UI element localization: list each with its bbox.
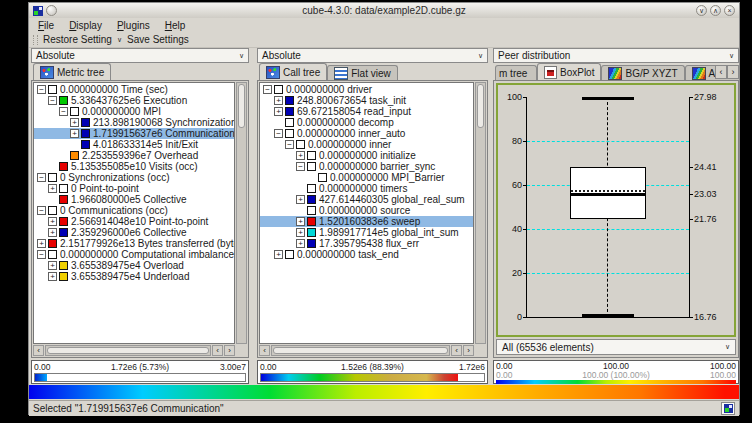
metric-tree-row[interactable]: −0.000000000 Computational imbalance (se… (34, 249, 234, 260)
metric-tree-row[interactable]: −0.000000000 MPI (34, 106, 234, 117)
scroll-right-button[interactable]: › (463, 345, 474, 356)
expand-icon[interactable]: + (48, 228, 57, 237)
scrollbar-slider[interactable] (477, 84, 484, 128)
expand-icon[interactable]: + (296, 228, 305, 237)
element-filter-dropdown[interactable]: All (65536 elements) ∨ (496, 339, 736, 355)
scroll-left-button[interactable]: ‹ (33, 345, 44, 356)
metric-tree-row[interactable]: +2.566914048e10 Point-to-point (34, 216, 234, 227)
titlebar[interactable]: cube-4.3.0: data/example2D.cube.gz ∨ ∧ × (29, 3, 739, 18)
metric-tree-row[interactable]: 2.253559396e7 Overhead (34, 150, 234, 161)
collapse-icon[interactable]: − (59, 107, 68, 116)
expand-icon[interactable]: + (48, 217, 57, 226)
metric-tree-row[interactable]: −5.336437625e6 Execution (34, 95, 234, 106)
call-tree-row[interactable]: +69.672158054 read_input (260, 106, 473, 117)
call-tree-row[interactable]: +0.000000000 task_end (260, 249, 473, 260)
call-tree-row[interactable]: −0.000000000 inner_auto (260, 128, 473, 139)
metric-tree-row[interactable]: −0 Synchronizations (occ) (34, 172, 234, 183)
toolbar-handle[interactable] (33, 35, 38, 45)
expand-icon[interactable]: + (48, 272, 57, 281)
call-tree-row[interactable]: 0.000000000 source (260, 205, 473, 216)
save-settings-button[interactable]: Save Settings (127, 34, 189, 45)
scrollbar-slider[interactable] (238, 84, 245, 128)
collapse-icon[interactable]: − (37, 206, 46, 215)
expand-icon[interactable]: + (274, 107, 283, 116)
expand-icon[interactable]: + (37, 239, 46, 248)
expand-icon[interactable]: + (296, 195, 305, 204)
restore-setting-button[interactable]: Restore Setting (43, 34, 112, 45)
call-tree-view[interactable]: −0.000000000 driver+248.800673654 task_i… (259, 82, 474, 344)
scrollbar-slider[interactable] (273, 347, 448, 354)
metric-vertical-scrollbar[interactable] (236, 82, 247, 344)
close-icon[interactable]: × (724, 5, 735, 16)
call-tree-row[interactable]: +17.395795438 flux_err (260, 238, 473, 249)
minimize-icon[interactable]: ∨ (696, 5, 707, 16)
menu-display[interactable]: Display (69, 20, 102, 31)
metric-tree-row[interactable]: +0 Point-to-point (34, 183, 234, 194)
tab-call-tree[interactable]: Call tree (259, 63, 327, 80)
scroll-left-button[interactable]: ‹ (212, 345, 223, 356)
call-tree-row[interactable]: +248.800673654 task_init (260, 95, 473, 106)
tab-scroll-right-button[interactable]: › (727, 65, 739, 79)
scrollbar-slider[interactable] (47, 347, 209, 354)
metric-tree-row[interactable]: +3.655389475e4 Overload (34, 260, 234, 271)
sync-toolbar-button[interactable] (721, 402, 735, 415)
metric-tree-row[interactable]: +1.719915637e6 Communication (34, 128, 234, 139)
expand-icon[interactable]: + (296, 239, 305, 248)
scrollbar-track[interactable] (271, 345, 450, 356)
metric-tree-row[interactable]: −0.000000000 Time (sec) (34, 84, 234, 95)
collapse-icon[interactable]: − (37, 173, 46, 182)
expand-icon[interactable]: + (48, 261, 57, 270)
tab-scroll-left-button[interactable]: ‹ (715, 65, 727, 79)
call-tree-row[interactable]: +0.000000000 initialize (260, 150, 473, 161)
call-tree-row[interactable]: −0.000000000 barrier_sync (260, 161, 473, 172)
expand-icon[interactable]: + (48, 184, 57, 193)
call-tree-row[interactable]: 0.000000000 timers (260, 183, 473, 194)
scroll-left-button[interactable]: ‹ (451, 345, 462, 356)
metric-tree-row[interactable]: 4.018633314e5 Init/Exit (34, 139, 234, 150)
expand-icon[interactable]: + (296, 151, 305, 160)
expand-icon[interactable]: + (70, 118, 79, 127)
call-tree-row[interactable]: −0.000000000 inner (260, 139, 473, 150)
metric-tree-row[interactable]: 1.966080000e5 Collective (34, 194, 234, 205)
expand-icon[interactable]: + (70, 129, 79, 138)
collapse-icon[interactable]: − (48, 96, 57, 105)
tab-bgp-xyzt[interactable]: BG/P XYZT (601, 65, 684, 80)
collapse-icon[interactable]: − (37, 85, 46, 94)
call-tree-row[interactable]: +1.989917714e5 global_int_sum (260, 227, 473, 238)
scroll-left-button[interactable]: ‹ (259, 345, 270, 356)
scroll-right-button[interactable]: › (224, 345, 235, 356)
tab-system-tree[interactable]: m tree (495, 65, 537, 80)
call-tree-row[interactable]: 0.000000000 MPI_Barrier (260, 172, 473, 183)
call-selector-combo[interactable]: Absolute ∨ (257, 48, 488, 63)
metric-tree-row[interactable]: +213.898190068 Synchronization (34, 117, 234, 128)
collapse-icon[interactable]: − (285, 140, 294, 149)
collapse-icon[interactable]: − (296, 162, 305, 171)
menu-plugins[interactable]: Plugins (117, 20, 150, 31)
menu-file[interactable]: File (38, 20, 54, 31)
tab-boxplot[interactable]: BoxPlot (537, 63, 601, 80)
call-tree-row[interactable]: 0.000000000 decomp (260, 117, 473, 128)
collapse-icon[interactable]: − (274, 129, 283, 138)
expand-icon[interactable]: + (274, 96, 283, 105)
scrollbar-track[interactable] (45, 345, 211, 356)
metric-tree-row[interactable]: +2.151779926e13 Bytes transferred (bytes… (34, 238, 234, 249)
metric-tree-row[interactable]: +2.359296000e6 Collective (34, 227, 234, 238)
expand-icon[interactable]: + (274, 250, 283, 259)
collapse-icon[interactable]: − (37, 250, 46, 259)
metric-tree-row[interactable]: +3.655389475e4 Underload (34, 271, 234, 282)
tab-metric-tree[interactable]: Metric tree (33, 63, 111, 80)
expand-icon[interactable]: + (296, 217, 305, 226)
metric-tree-row[interactable]: −0 Communications (occ) (34, 205, 234, 216)
chevron-down-icon[interactable]: ∨ (117, 36, 122, 44)
call-horizontal-scrollbar[interactable]: ‹ ‹ › (259, 345, 474, 356)
call-tree-row[interactable]: −0.000000000 driver (260, 84, 473, 95)
system-selector-combo[interactable]: Peer distribution ∨ (493, 48, 739, 63)
tab-flat-view[interactable]: Flat view (327, 65, 397, 80)
menu-help[interactable]: Help (165, 20, 186, 31)
metric-tree-view[interactable]: −0.000000000 Time (sec)−5.336437625e6 Ex… (33, 82, 235, 344)
maximize-icon[interactable]: ∧ (710, 5, 721, 16)
collapse-icon[interactable]: − (263, 85, 272, 94)
metric-selector-combo[interactable]: Absolute ∨ (31, 48, 249, 63)
metric-tree-row[interactable]: 5.135355085e10 Visits (occ) (34, 161, 234, 172)
call-vertical-scrollbar[interactable] (475, 82, 486, 344)
